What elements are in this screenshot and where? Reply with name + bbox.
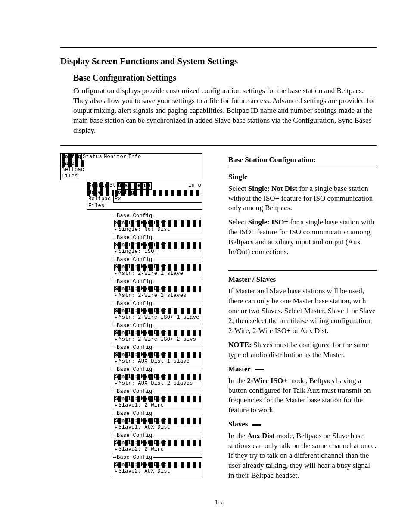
config-highlight: Single: Not Dist (114, 286, 201, 292)
sub-right-config: Config (113, 190, 202, 196)
config-option: Mstr: 2-Wire 1 slave (114, 271, 201, 277)
sub-left-files: Files (87, 203, 113, 209)
base-config-box: Base ConfigSingle: Not DistMstr: AUX Dis… (113, 348, 202, 366)
config-highlight: Single: Not Dist (114, 462, 201, 468)
base-config-box: Base ConfigSingle: Not DistMstr: 2-Wire … (113, 282, 202, 300)
menu-item-base: Base (61, 160, 84, 167)
ms-heading: Master / Slaves (228, 275, 377, 285)
master-label: Master (228, 364, 377, 374)
config-box-title: Base Config (116, 279, 153, 285)
master-p: In the 2-Wire ISO+ mode, Beltpacs having… (228, 376, 377, 416)
config-box-title: Base Config (116, 454, 153, 461)
page-number: 13 (60, 498, 377, 507)
config-option: Mstr: 2-Wire ISO+ 1 slave (114, 314, 201, 321)
slaves-label: Slaves (228, 420, 377, 429)
lcd-sub-panel: Config St Base Setup Info Base Config Be… (87, 182, 202, 210)
bsc-heading: Base Station Configuration: (228, 155, 377, 165)
base-config-box: Base ConfigSingle: Not DistSlave1: 2 Wir… (113, 392, 202, 410)
config-option: Mstr: AUX Dist 2 slaves (114, 380, 201, 387)
config-highlight: Single: Not Dist (114, 330, 201, 336)
menu-item-beltpac: Beltpac (61, 167, 85, 173)
config-highlight: Single: Not Dist (114, 396, 201, 402)
config-box-title: Base Config (116, 411, 153, 417)
dash-icon (252, 424, 261, 426)
popup-title: Base Setup (117, 182, 152, 190)
intro-paragraph: Configuration displays provide customize… (73, 86, 377, 136)
base-config-box: Base ConfigSingle: Not DistSingle: ISO+ (113, 238, 202, 256)
config-highlight: Single: Not Dist (114, 440, 201, 446)
config-option: Slave2: AUX Dist (114, 468, 201, 475)
subsection-heading: Base Configuration Settings (73, 73, 377, 83)
config-box-title: Base Config (116, 235, 153, 241)
base-config-box: Base ConfigSingle: Not DistSlave2: AUX D… (113, 457, 202, 476)
config-option: Slave1: AUX Dist (114, 424, 201, 431)
tab-monitor: Monitor (103, 154, 128, 160)
single-p2: Select Single: ISO+ for a single base st… (228, 218, 377, 257)
base-config-box: Base ConfigSingle: Not DistMstr: AUX Dis… (113, 370, 202, 388)
sub-tab-info: Info (187, 182, 202, 190)
slaves-p: In the Aux Dist mode, Beltpacs on Slave … (228, 431, 377, 481)
config-highlight: Single: Not Dist (114, 308, 201, 314)
tab-info: Info (128, 154, 142, 160)
sub-tab-config: Config (87, 182, 109, 190)
tab-config: Config (61, 154, 82, 160)
config-box-title: Base Config (116, 213, 153, 219)
config-highlight: Single: Not Dist (114, 264, 201, 271)
base-config-box: Base ConfigSingle: Not DistSingle: Not D… (113, 216, 202, 234)
tab-status: Status (82, 154, 103, 160)
ms-note: NOTE: Slaves must be configured for the … (228, 340, 377, 360)
config-option: Slave2: 2 Wire (114, 446, 201, 453)
sub-right-rx: Rx (113, 196, 202, 203)
config-box-title: Base Config (116, 389, 153, 395)
dash-icon (255, 369, 264, 370)
page-heading: Display Screen Functions and System Sett… (60, 56, 377, 67)
sub-tab-st: St (109, 182, 117, 190)
config-option: Mstr: 2-Wire ISO+ 2 slvs (114, 336, 201, 343)
sub-left-beltpac: Beltpac (87, 196, 113, 203)
sub-left-base: Base (87, 190, 113, 196)
config-box-title: Base Config (116, 323, 153, 329)
config-option: Single: Not Dist (114, 227, 201, 233)
config-option: Mstr: 2-Wire 2 slaves (114, 292, 201, 299)
config-highlight: Single: Not Dist (114, 374, 201, 380)
menu-item-files: Files (61, 173, 79, 180)
config-highlight: Single: Not Dist (114, 352, 201, 358)
single-heading: Single (228, 172, 377, 182)
config-box-title: Base Config (116, 257, 153, 263)
config-highlight: Single: Not Dist (114, 242, 201, 249)
config-highlight: Single: Not Dist (114, 220, 201, 227)
base-config-box: Base ConfigSingle: Not DistSlave2: 2 Wir… (113, 436, 202, 454)
config-box-title: Base Config (116, 301, 153, 307)
base-config-box: Base ConfigSingle: Not DistSlave1: AUX D… (113, 414, 202, 432)
config-box-title: Base Config (116, 367, 153, 373)
base-config-box: Base ConfigSingle: Not DistMstr: 2-Wire … (113, 304, 202, 322)
config-option: Mstr: AUX Dist 1 slave (114, 358, 201, 365)
base-config-box: Base ConfigSingle: Not DistMstr: 2-Wire … (113, 260, 202, 278)
config-highlight: Single: Not Dist (114, 418, 201, 424)
config-box-title: Base Config (116, 345, 153, 351)
lcd-top-panel: Config Status Monitor Info Base Beltpac … (60, 153, 202, 180)
single-p1: Select Single: Not Dist for a single bas… (228, 184, 377, 214)
config-option: Single: ISO+ (114, 249, 201, 255)
base-config-box: Base ConfigSingle: Not DistMstr: 2-Wire … (113, 326, 202, 344)
config-box-title: Base Config (116, 432, 153, 439)
config-option: Slave1: 2 Wire (114, 402, 201, 409)
ms-p1: If Master and Slave base stations will b… (228, 286, 377, 336)
